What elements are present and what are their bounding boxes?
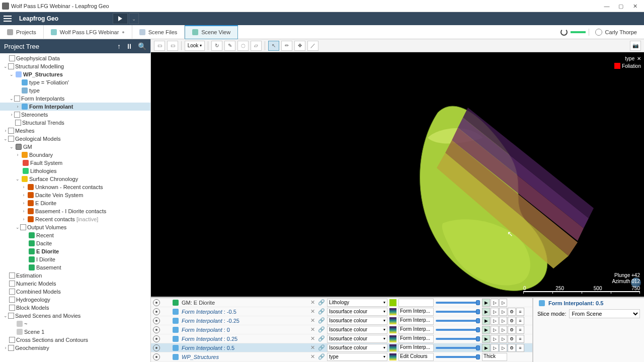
tool-button[interactable]: ▭ [167, 41, 178, 51]
attribute-select[interactable]: type▾ [327, 353, 387, 361]
tool-button[interactable]: ▭ [154, 41, 165, 51]
menu-button[interactable]: ≡ [516, 344, 524, 352]
tree-item[interactable]: ›E Diorite [0, 199, 150, 207]
legend-select[interactable]: Form Interp... [398, 317, 434, 325]
layer-row[interactable]: Form Interpolant: 0✕🔗Isosurface colour▾F… [151, 325, 532, 334]
tree-item[interactable]: Block Models [0, 304, 150, 312]
tree-item[interactable]: Numeric Models [0, 280, 150, 288]
slice-mode-select[interactable]: From Scene [569, 309, 640, 318]
tree-item[interactable]: ~ [0, 320, 150, 328]
tree-item[interactable]: ›Boundary [0, 151, 150, 159]
legend-select[interactable] [398, 299, 434, 307]
tree-item[interactable]: ⌄Saved Scenes and Movies [0, 312, 150, 320]
misc-button[interactable]: ▷ [499, 317, 507, 325]
tree-item[interactable]: Lithologies [0, 167, 150, 175]
step-button[interactable]: ▷ [491, 308, 499, 316]
colormap-icon[interactable] [389, 344, 396, 351]
tree-item[interactable]: ⌄GM [0, 143, 150, 151]
tree-item[interactable]: Basement [0, 263, 150, 272]
layer-row[interactable]: Form Interpolant: -0.25✕🔗Isosurface colo… [151, 316, 532, 325]
tool-lasso[interactable]: ◌ [237, 41, 249, 51]
layer-row[interactable]: Form Interpolant: -0.5✕🔗Isosurface colou… [151, 307, 532, 316]
tree-item[interactable]: Dacite [0, 239, 150, 247]
step-button[interactable]: ▷ [491, 299, 499, 307]
viewport-3d[interactable]: ↖ type ✕ Foliation Plunge +42 Azimuth 01… [151, 52, 644, 297]
tree-item[interactable]: Estimation [0, 272, 150, 280]
attribute-select[interactable]: Isosurface colour▾ [327, 308, 387, 316]
visibility-toggle[interactable] [153, 326, 160, 333]
remove-layer-button[interactable]: ✕ [309, 308, 316, 315]
visibility-toggle[interactable] [153, 308, 160, 315]
legend-select[interactable]: Form Interp... [398, 308, 434, 316]
tree-item[interactable]: ⌄Output Volumes [0, 223, 150, 231]
tree-item[interactable]: ›Dacite Vein System [0, 191, 150, 199]
opacity-slider[interactable] [436, 309, 480, 315]
menu-button[interactable]: ≡ [516, 326, 524, 334]
play-button[interactable]: ▶ [482, 326, 490, 334]
look-button[interactable]: Look▾ [185, 41, 205, 51]
opacity-slider[interactable] [436, 354, 480, 360]
attribute-select[interactable]: Isosurface colour▾ [327, 317, 387, 325]
misc-button[interactable]: ▷ [499, 326, 507, 334]
visibility-toggle[interactable] [153, 353, 160, 360]
visibility-toggle[interactable] [153, 335, 160, 342]
tree-item[interactable]: Hydrogeology [0, 296, 150, 304]
tree-item[interactable]: Scene 1 [0, 328, 150, 336]
settings-button[interactable]: ⚙ [508, 335, 516, 343]
tree-item[interactable]: Fault System [0, 159, 150, 167]
search-icon[interactable]: 🔍 [138, 42, 146, 50]
tool-plane[interactable]: ▱ [251, 41, 262, 51]
tree-item[interactable]: type [0, 86, 150, 95]
tree-item[interactable]: E Diorite [0, 247, 150, 255]
tree-item[interactable]: ›Meshes [0, 127, 150, 135]
colormap-icon[interactable] [389, 326, 396, 333]
visibility-toggle[interactable] [153, 317, 160, 324]
close-button[interactable]: ✕ [628, 1, 642, 11]
visibility-toggle[interactable] [153, 299, 160, 306]
layer-list[interactable]: GM: E Diorite✕🔗Lithology▾▶▷▷Form Interpo… [151, 298, 533, 362]
play-dropdown[interactable]: ⌄ [129, 13, 139, 24]
opacity-slider[interactable] [436, 345, 480, 351]
remove-layer-button[interactable]: ✕ [309, 326, 316, 333]
minimize-button[interactable]: — [600, 1, 614, 11]
project-tree[interactable]: Geophysical Data ⌄Structural Modelling ⌄… [0, 53, 150, 362]
settings-button[interactable]: ⚙ [508, 308, 516, 316]
attribute-select[interactable]: Isosurface colour▾ [327, 335, 387, 343]
remove-layer-button[interactable]: ✕ [309, 299, 316, 306]
layer-row[interactable]: Form Interpolant: 0.25✕🔗Isosurface colou… [151, 334, 532, 343]
tab-projects[interactable]: Projects [0, 25, 44, 39]
maximize-button[interactable]: ▢ [614, 1, 628, 11]
attribute-select[interactable]: Isosurface colour▾ [327, 344, 387, 352]
tree-item[interactable]: ›Stereonets [0, 111, 150, 119]
play-button[interactable] [113, 13, 128, 24]
attribute-select[interactable]: Isosurface colour▾ [327, 326, 387, 334]
legend-select[interactable]: Edit Colours [398, 353, 434, 361]
tool-pen[interactable]: ✎ [224, 41, 235, 51]
menu-button[interactable]: ≡ [516, 317, 524, 325]
camera-button[interactable]: 📷 [630, 41, 641, 51]
tool-orbit[interactable]: ↻ [211, 41, 222, 51]
play-button[interactable]: ▶ [482, 335, 490, 343]
tree-item[interactable]: ⌄Geological Models [0, 135, 150, 143]
up-arrow-icon[interactable]: ↑ [117, 42, 121, 50]
step-button[interactable]: ▷ [491, 317, 499, 325]
tree-item[interactable]: ›Geochemistry [0, 344, 150, 352]
tree-item[interactable]: Geophysical Data [0, 54, 150, 62]
attribute-select[interactable]: Lithology▾ [327, 299, 387, 307]
tree-item[interactable]: Cross Sections and Contours [0, 336, 150, 344]
tree-item[interactable]: I Diorite [0, 255, 150, 263]
thickness-select[interactable]: Thick [482, 353, 507, 361]
play-button[interactable]: ▶ [482, 299, 490, 307]
misc-button[interactable]: ▷ [499, 344, 507, 352]
opacity-slider[interactable] [436, 336, 480, 342]
remove-layer-button[interactable]: ✕ [309, 317, 316, 324]
play-button[interactable]: ▶ [482, 344, 490, 352]
user-display[interactable]: Carly Thorpe [589, 29, 637, 36]
tab-wolfpass[interactable]: Wolf Pass LFG Webinar ● [44, 25, 132, 39]
opacity-slider[interactable] [436, 318, 480, 324]
colormap-icon[interactable] [389, 353, 396, 360]
pause-icon[interactable]: ⏸ [126, 42, 133, 50]
menu-button[interactable] [0, 12, 15, 25]
step-button[interactable]: ▷ [491, 335, 499, 343]
legend-select[interactable]: Form Interp... [398, 335, 434, 343]
